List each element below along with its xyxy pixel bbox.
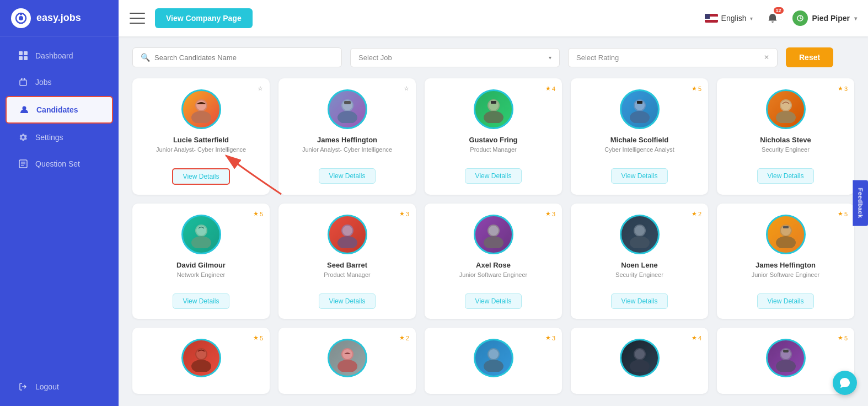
view-details-button-9[interactable]: View Details [611,293,668,309]
svg-rect-29 [637,101,642,104]
star-icon-10: ★ [838,210,843,217]
candidate-card-10: ★ 5 James Heffington Junior Software Eng… [717,204,854,319]
avatar-14 [620,339,660,377]
language-selector[interactable]: English ▾ [705,14,753,23]
company-selector[interactable]: Pied Piper ▾ [792,10,857,26]
view-details-button-6[interactable]: View Details [173,293,230,309]
job-select-chevron: ▾ [549,55,551,61]
row1-wrapper: ☆ Lucie Satterfield Junior Analyst- Cybe… [132,78,854,195]
svg-point-35 [191,236,211,248]
card-star-4: ★ 5 [692,85,701,92]
svg-rect-3 [19,51,23,55]
view-details-button-8[interactable]: View Details [465,293,522,309]
rating-select[interactable]: Select Rating ✕ [568,48,778,67]
candidate-name-5: Nicholas Steve [760,136,811,144]
rating-value-6: 5 [260,211,263,217]
avatar-3 [474,89,513,129]
search-box[interactable]: 🔍 [132,47,342,67]
card-star-11: ★ 5 [253,334,263,341]
sidebar-nav: Dashboard Jobs Candidates Settings Quest… [0,36,119,372]
card-star-1: ☆ [258,85,263,92]
svg-point-45 [635,226,645,236]
filters-bar: 🔍 Select Job ▾ Select Rating ✕ Reset [132,47,854,67]
search-icon: 🔍 [141,53,150,62]
sidebar-item-candidates[interactable]: Candidates [6,96,113,124]
rating-value-13: 3 [552,335,555,341]
card-star-13: ★ 3 [545,334,555,341]
candidate-card-5: ★ 3 Nicholas Steve Security Engineer Vie… [717,78,854,195]
notification-button[interactable]: 12 [764,9,781,27]
avatar-13 [474,339,513,377]
avatar-6 [181,215,221,254]
job-select[interactable]: Select Job ▾ [350,48,560,67]
settings-icon [18,132,29,143]
svg-point-27 [630,111,650,123]
svg-point-47 [776,236,796,248]
star-icon-2: ☆ [404,85,409,92]
view-company-button[interactable]: View Company Page [155,8,253,28]
view-details-button-5[interactable]: View Details [757,168,815,184]
view-details-button-2[interactable]: View Details [319,168,376,184]
candidate-card-2: ☆ James Heffington Junior Analyst- Cyber… [278,78,416,195]
svg-rect-65 [783,350,789,352]
svg-point-2 [20,13,22,15]
svg-point-39 [342,226,352,236]
rating-select-label: Select Rating [576,54,619,62]
sidebar-item-dashboard[interactable]: Dashboard [6,43,113,68]
logout-item[interactable]: Logout [6,373,113,400]
view-details-button-3[interactable]: View Details [465,168,522,184]
candidate-name-9: Noen Lene [621,261,657,269]
view-details-button-1[interactable]: View Details [172,168,231,185]
chat-button[interactable] [833,371,857,395]
question-set-icon [18,158,29,169]
candidates-row2: ★ 5 David Gilmour Network Engineer View … [132,204,854,319]
star-icon-4: ★ [692,85,697,92]
question-set-label: Question Set [35,159,80,168]
svg-rect-7 [20,80,26,86]
view-details-button-10[interactable]: View Details [757,293,815,309]
hamburger-button[interactable] [130,13,145,24]
sidebar-item-settings[interactable]: Settings [6,125,113,150]
candidate-role-2: Junior Analyst- Cyber Intelligence [302,146,392,162]
candidate-name-10: James Heffington [756,261,816,269]
svg-point-16 [191,111,211,123]
candidate-card-6: ★ 5 David Gilmour Network Engineer View … [132,204,270,319]
candidates-row1: ☆ Lucie Satterfield Junior Analyst- Cybe… [132,78,854,195]
candidate-role-6: Network Engineer [177,271,225,287]
rating-value-12: 2 [406,335,409,341]
card-star-7: ★ 3 [399,210,409,217]
settings-label: Settings [35,133,63,142]
reset-button[interactable]: Reset [786,47,833,67]
candidate-name-1: Lucie Satterfield [173,136,229,144]
svg-point-63 [776,360,796,372]
card-star-3: ★ 4 [545,85,555,92]
card-star-9: ★ 2 [692,210,701,217]
view-details-button-4[interactable]: View Details [611,168,668,184]
candidate-card-12: ★ 2 [278,328,416,394]
card-star-5: ★ 3 [838,85,848,92]
star-icon-15: ★ [838,334,843,341]
feedback-tab[interactable]: Feedback [853,180,868,226]
rating-clear-icon[interactable]: ✕ [764,54,769,61]
logout-label: Logout [35,382,59,391]
header-right: English ▾ 12 Pied Piper ▾ [705,9,857,27]
rating-value-15: 5 [844,335,848,341]
candidate-card-1: ☆ Lucie Satterfield Junior Analyst- Cybe… [132,78,270,195]
svg-point-41 [484,236,503,248]
avatar-5 [766,89,806,129]
candidate-card-13: ★ 3 [425,328,562,394]
company-logo [792,10,808,26]
candidate-name-7: Seed Barret [327,261,367,269]
star-icon-3: ★ [545,85,551,92]
view-details-button-7[interactable]: View Details [319,293,376,309]
svg-rect-6 [24,56,28,60]
language-label: English [721,14,747,23]
search-input[interactable] [154,54,334,62]
sidebar-item-jobs[interactable]: Jobs [6,70,113,95]
company-chevron: ▾ [854,15,857,22]
language-chevron: ▾ [750,15,753,22]
logout-icon [18,381,29,392]
candidate-card-4: ★ 5 Michale Scolfield Cyber Intelligence… [571,78,708,195]
svg-point-44 [630,236,650,248]
sidebar-item-question-set[interactable]: Question Set [6,151,113,177]
